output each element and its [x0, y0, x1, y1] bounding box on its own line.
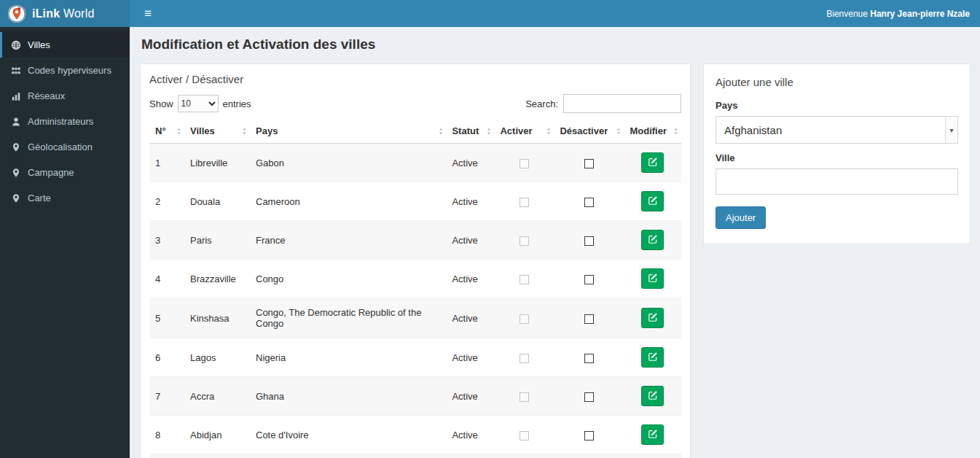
sidebar-item-villes[interactable]: Villes [0, 32, 130, 58]
cell-statut: Active [446, 260, 494, 298]
ville-input[interactable] [716, 168, 958, 195]
activer-checkbox[interactable] [520, 198, 529, 207]
modifier-button[interactable] [641, 424, 664, 445]
sidebar-item-label: Campagne [28, 167, 74, 178]
menu-icon[interactable]: ≡ [140, 4, 156, 23]
desactiver-checkbox[interactable] [584, 354, 594, 363]
map-marker-icon [10, 141, 21, 152]
map-marker-icon [10, 167, 21, 178]
edit-icon [648, 157, 658, 169]
edit-icon [648, 390, 658, 403]
pays-select-wrap: Afghanistan ▾ [716, 116, 958, 144]
modifier-button[interactable] [641, 347, 664, 368]
sidebar-item-campagne[interactable]: Campagne [0, 160, 130, 185]
search-control: Search: [525, 94, 681, 113]
activer-checkbox[interactable] [520, 236, 529, 246]
desactiver-checkbox[interactable] [584, 275, 594, 284]
sidebar: VillesCodes hyperviseursRéseauxAdministr… [0, 27, 130, 458]
ajouter-button[interactable]: Ajouter [716, 206, 766, 229]
desactiver-checkbox[interactable] [584, 392, 594, 402]
sort-icon: ▲▼ [546, 127, 552, 136]
th-grid-icon [10, 65, 21, 76]
table-panel-title: Activer / Désactiver [149, 73, 681, 85]
sort-icon: ▲▼ [673, 127, 678, 136]
cell-num: 1 [149, 144, 184, 182]
activer-checkbox[interactable] [520, 159, 529, 168]
cell-activer [494, 416, 554, 454]
column-header-villes[interactable]: Villes▲▼ [184, 119, 250, 144]
column-label: Villes [190, 125, 215, 136]
brand-text: iLink World [32, 7, 94, 20]
activer-checkbox[interactable] [520, 392, 529, 402]
cell-pays: Gabon [250, 144, 446, 182]
cell-statut: Active [446, 338, 494, 377]
villes-table: N°▲▼Villes▲▼Pays▲▼Statut▲▼Activer▲▼Désac… [149, 119, 681, 458]
desactiver-checkbox[interactable] [584, 159, 594, 168]
activer-checkbox[interactable] [520, 314, 529, 324]
column-label: Modifier [630, 125, 667, 136]
cell-desactiver [554, 144, 624, 182]
modifier-button[interactable] [641, 268, 664, 289]
sidebar-item-carte[interactable]: Carte [0, 185, 130, 211]
edit-icon [648, 352, 658, 364]
brand[interactable]: iLink World [0, 0, 130, 27]
desactiver-checkbox[interactable] [584, 314, 594, 324]
search-input[interactable] [563, 94, 681, 113]
cell-statut: Active [446, 221, 494, 260]
column-header-desactiver[interactable]: Désactiver▲▼ [554, 119, 624, 144]
modifier-button[interactable] [641, 230, 664, 250]
modifier-button[interactable] [641, 191, 664, 211]
app-window: iLink World ≡ Bienvenue Hanry Jean-pierr… [0, 0, 980, 458]
column-header-activer[interactable]: Activer▲▼ [494, 119, 554, 144]
cell-modifier [624, 298, 681, 338]
column-label: Désactiver [560, 125, 608, 136]
cell-statut: Active [446, 144, 494, 182]
column-label: Statut [452, 125, 479, 136]
cell-ville: Lagos [184, 338, 250, 377]
cell-ville: Paris [184, 221, 250, 260]
sidebar-item-administrateurs[interactable]: Administrateurs [0, 109, 130, 134]
modifier-button[interactable] [641, 386, 664, 406]
cell-activer [494, 260, 554, 298]
cell-pays: Congo [250, 260, 446, 298]
activer-checkbox[interactable] [520, 431, 529, 440]
cell-ville: Abidjan [184, 416, 250, 454]
cell-num: 3 [149, 221, 184, 260]
column-header-statut[interactable]: Statut▲▼ [446, 119, 494, 144]
sidebar-item-geolocalisation[interactable]: Géolocalisation [0, 134, 130, 160]
desactiver-checkbox[interactable] [584, 236, 594, 246]
sidebar-item-codes-hyperviseurs[interactable]: Codes hyperviseurs [0, 58, 130, 83]
sort-icon: ▲▼ [439, 127, 444, 136]
cell-activer [494, 298, 554, 338]
sidebar-item-reseaux[interactable]: Réseaux [0, 83, 130, 109]
sidebar-item-label: Géolocalisation [28, 141, 93, 152]
column-label: Pays [256, 125, 278, 136]
cell-activer [494, 182, 554, 221]
desactiver-checkbox[interactable] [584, 198, 594, 207]
column-header-n[interactable]: N°▲▼ [149, 119, 184, 144]
modifier-button[interactable] [641, 308, 664, 328]
column-header-pays[interactable]: Pays▲▼ [250, 119, 446, 144]
cell-activer [494, 221, 554, 260]
cell-ville: Douala [184, 182, 250, 221]
cell-desactiver [554, 182, 624, 221]
table-row: 6LagosNigeriaActive [149, 338, 681, 377]
column-header-modifier[interactable]: Modifier▲▼ [624, 119, 681, 144]
activer-checkbox[interactable] [520, 275, 529, 284]
table-body: 1LibrevilleGabonActive2DoualaCameroonAct… [149, 144, 681, 458]
sort-icon: ▲▼ [487, 127, 492, 136]
cell-ville: Brazzaville [184, 260, 250, 298]
page-length-select[interactable]: 10 [178, 95, 219, 112]
table-row: 9DakarSenegalActive [149, 454, 681, 458]
cell-desactiver [554, 416, 624, 454]
cell-desactiver [554, 298, 624, 338]
desactiver-checkbox[interactable] [584, 431, 594, 440]
table-row: 8AbidjanCote d'IvoireActive [149, 416, 681, 454]
activer-checkbox[interactable] [520, 354, 529, 363]
modifier-button[interactable] [641, 152, 664, 173]
cell-num: 2 [149, 182, 184, 221]
cell-modifier [624, 454, 681, 458]
cell-desactiver [554, 454, 624, 458]
pays-select[interactable]: Afghanistan [716, 116, 958, 144]
table-row: 4BrazzavilleCongoActive [149, 260, 681, 298]
